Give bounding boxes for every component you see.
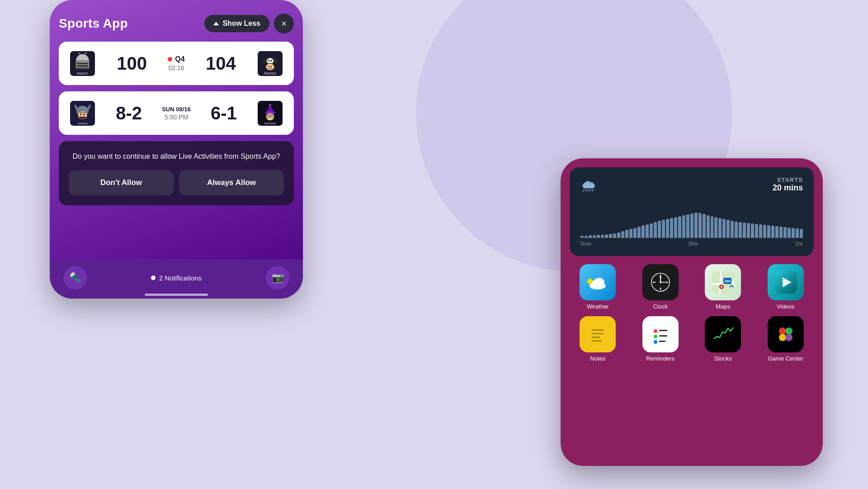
rain-bar	[792, 228, 795, 238]
maps-app-label: Maps	[716, 303, 730, 310]
rain-bar	[686, 214, 689, 238]
app-item-stocks[interactable]: Stocks	[695, 316, 751, 362]
wizards-team-logo: WIZARDS	[257, 100, 284, 127]
rain-bar	[633, 228, 637, 238]
svg-point-19	[271, 66, 272, 67]
rain-bar	[678, 216, 681, 238]
chart-labels: Now 30m 1hr	[580, 241, 803, 247]
svg-point-76	[779, 334, 786, 341]
svg-point-18	[269, 66, 270, 67]
chart-label-1hr: 1hr	[795, 241, 803, 247]
rain-bar	[735, 222, 738, 238]
rain-bar	[722, 219, 726, 238]
app-item-weather[interactable]: Weather	[570, 264, 626, 310]
chart-label-now: Now	[580, 241, 591, 247]
rain-bar	[800, 229, 803, 238]
rain-bar	[654, 222, 657, 238]
show-less-label: Show Less	[222, 19, 260, 28]
starts-time: 20 mins	[773, 183, 803, 193]
svg-text:280: 280	[725, 279, 731, 283]
rain-bar	[589, 235, 592, 238]
rain-bar	[731, 221, 734, 238]
rain-bar	[779, 227, 783, 238]
weather-icon-area: 🌧	[580, 176, 597, 195]
game2-team1-score: 8-2	[116, 103, 142, 123]
bottom-bar: 🔦 2 Notifications 📷	[50, 259, 303, 299]
rain-bar	[609, 234, 612, 238]
stocks-app-label: Stocks	[714, 355, 732, 362]
show-less-button[interactable]: Show Less	[204, 15, 269, 32]
app-item-clock[interactable]: 12 3 6 9 Clock	[632, 264, 689, 310]
app-grid-row1: Weather 12 3 6 9	[570, 264, 814, 310]
svg-text:KNIGHT: KNIGHT	[77, 72, 88, 75]
weather-header: 🌧 STARTS 20 mins	[580, 176, 803, 195]
close-button[interactable]: ×	[274, 14, 294, 33]
svg-point-39	[594, 278, 604, 287]
rain-bar	[759, 224, 762, 238]
svg-rect-16	[269, 62, 272, 63]
svg-point-25	[83, 114, 85, 115]
notes-app-icon	[580, 316, 616, 352]
rain-bar	[690, 214, 693, 238]
app-item-gamecenter[interactable]: Game Center	[758, 316, 814, 362]
rain-bar	[580, 236, 584, 238]
svg-point-17	[266, 63, 274, 70]
rain-bar	[617, 233, 620, 238]
weather-app-label: Weather	[587, 303, 609, 310]
camera-button[interactable]: 📷	[266, 266, 289, 290]
maps-app-icon: 280	[705, 264, 741, 300]
close-icon: ×	[281, 19, 287, 29]
svg-text:3: 3	[665, 281, 666, 284]
svg-text:WIZARDS: WIZARDS	[264, 122, 276, 125]
svg-point-24	[80, 114, 82, 115]
chart-label-30m: 30m	[688, 241, 698, 247]
prompt-question: Do you want to continue to allow Live Ac…	[69, 151, 284, 162]
clock-app-icon: 12 3 6 9	[642, 264, 679, 300]
svg-point-14	[268, 60, 270, 62]
gamecenter-app-icon	[768, 316, 804, 352]
rain-bar	[597, 235, 600, 238]
app-item-maps[interactable]: 280 Maps	[695, 264, 751, 310]
app-item-notes[interactable]: Notes	[570, 316, 626, 362]
svg-rect-65	[649, 323, 672, 346]
starts-label: STARTS	[773, 176, 803, 183]
svg-text:9: 9	[654, 281, 656, 284]
reminders-app-label: Reminders	[646, 355, 675, 362]
always-allow-button[interactable]: Always Allow	[179, 170, 284, 195]
game1-team1-score: 100	[117, 53, 147, 74]
home-indicator	[145, 294, 208, 296]
rain-bar	[703, 214, 706, 238]
flashlight-icon: 🔦	[69, 272, 81, 284]
game1-quarter: Q4	[175, 55, 184, 63]
chevron-up-icon	[213, 22, 219, 25]
svg-point-77	[785, 334, 793, 341]
rain-bar	[771, 226, 774, 238]
game2-score-card: VIKINGS 8-2 SUN 08/16 5:00 PM 6-1	[59, 91, 294, 135]
game2-date: SUN 08/16	[162, 106, 191, 113]
rain-bar	[666, 219, 669, 238]
rain-bar	[670, 218, 673, 238]
svg-point-35	[271, 115, 272, 116]
stocks-app-icon	[705, 316, 741, 352]
app-item-videos[interactable]: Videos	[758, 264, 814, 310]
pirates-team-logo: PIRATES	[257, 50, 284, 77]
rain-bar	[707, 215, 710, 238]
svg-point-68	[654, 335, 657, 338]
flashlight-button[interactable]: 🔦	[63, 266, 87, 290]
game1-info: Q4 02:16	[168, 55, 184, 71]
app-item-reminders[interactable]: Reminders	[632, 316, 689, 362]
svg-point-52	[660, 281, 661, 283]
rain-bar	[629, 229, 632, 238]
dont-allow-button[interactable]: Don't Allow	[69, 170, 174, 195]
svg-rect-4	[76, 65, 88, 67]
svg-point-66	[654, 329, 657, 333]
game1-time: 02:16	[168, 64, 184, 71]
clock-app-label: Clock	[653, 303, 668, 310]
rain-bar	[796, 228, 799, 238]
rain-bar	[755, 224, 758, 238]
svg-point-74	[779, 328, 786, 335]
rain-bar	[783, 227, 787, 238]
rain-bar	[747, 223, 750, 238]
svg-point-15	[271, 60, 273, 62]
rain-bar	[714, 217, 717, 238]
